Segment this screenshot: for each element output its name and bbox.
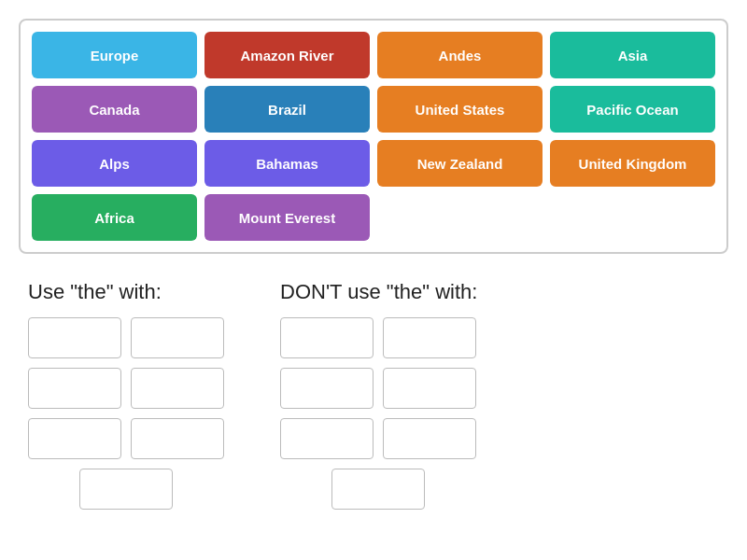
drop-box[interactable] <box>28 368 121 409</box>
drop-box[interactable] <box>280 368 374 409</box>
word-tile-alps[interactable]: Alps <box>32 140 197 187</box>
categories-container: Use "the" with: DON'T use "the" with: <box>19 280 728 459</box>
word-tile-pacific-ocean[interactable]: Pacific Ocean <box>550 86 715 133</box>
drop-box[interactable] <box>28 317 121 358</box>
without-the-title: DON'T use "the" with: <box>280 280 477 304</box>
word-tile-canada[interactable]: Canada <box>32 86 197 133</box>
drop-box[interactable] <box>131 418 224 459</box>
word-tile-united-states[interactable]: United States <box>377 86 543 133</box>
word-tile-new-zealand[interactable]: New Zealand <box>377 140 543 187</box>
word-tile-united-kingdom[interactable]: United Kingdom <box>550 140 715 187</box>
with-the-title: Use "the" with: <box>28 280 162 304</box>
word-tile-mount-everest[interactable]: Mount Everest <box>204 194 370 241</box>
category-with-the: Use "the" with: <box>28 280 224 459</box>
drop-box[interactable] <box>383 317 476 358</box>
drop-box[interactable] <box>280 418 374 459</box>
word-bank: EuropeAmazon RiverAndesAsiaCanadaBrazilU… <box>19 19 728 254</box>
word-tile-europe[interactable]: Europe <box>32 32 197 78</box>
drop-box[interactable] <box>383 418 476 459</box>
word-tile-andes[interactable]: Andes <box>377 32 543 78</box>
word-tile-asia[interactable]: Asia <box>550 32 715 78</box>
drop-box[interactable] <box>131 317 224 358</box>
drop-box-bottom-left[interactable] <box>79 469 173 510</box>
drop-box[interactable] <box>383 368 476 409</box>
drop-box[interactable] <box>28 418 121 459</box>
word-tile-amazon-river[interactable]: Amazon River <box>204 32 370 78</box>
word-tile-africa[interactable]: Africa <box>32 194 197 241</box>
word-tile-brazil[interactable]: Brazil <box>204 86 370 133</box>
drop-box[interactable] <box>280 317 374 358</box>
without-the-grid <box>280 317 476 459</box>
drop-box[interactable] <box>131 368 224 409</box>
with-the-grid <box>28 317 224 459</box>
drop-box-bottom-right[interactable] <box>331 469 425 510</box>
word-tile-bahamas[interactable]: Bahamas <box>204 140 370 187</box>
category-without-the: DON'T use "the" with: <box>280 280 477 459</box>
